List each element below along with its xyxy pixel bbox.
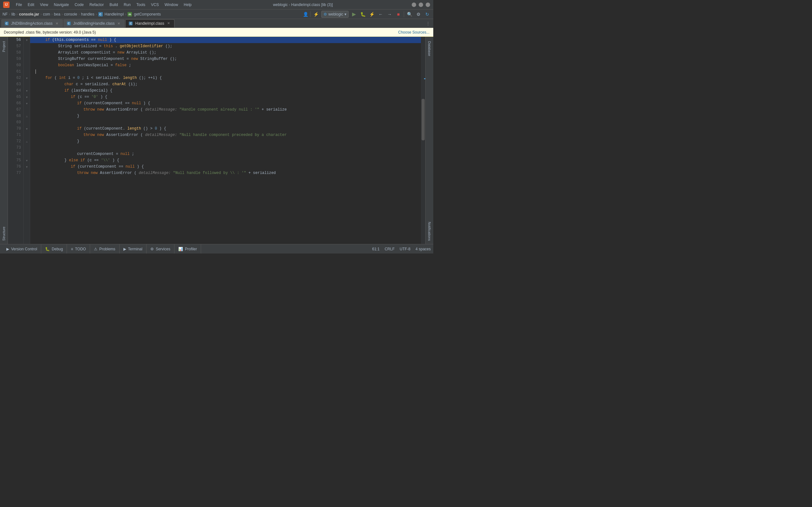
tab-jndibindinghandle[interactable]: C JndiBindingHandle.class ✕ bbox=[63, 19, 125, 27]
menu-run[interactable]: Run bbox=[121, 2, 133, 8]
code-line-76: if (currentComponent == null ) { bbox=[30, 164, 421, 170]
status-tab-profiler[interactable]: 📊 Profiler bbox=[174, 244, 201, 254]
gutter-69 bbox=[24, 119, 30, 125]
window-controls: ─ □ ✕ bbox=[412, 3, 430, 7]
fold-icon-62[interactable]: ▾ bbox=[26, 76, 28, 80]
status-tab-problems[interactable]: ⚠ Problems bbox=[90, 244, 119, 254]
fold-icon-76[interactable]: ▾ bbox=[26, 165, 28, 169]
vertical-scrollbar[interactable] bbox=[421, 37, 425, 244]
status-tab-debug[interactable]: 🐛 Debug bbox=[41, 244, 67, 254]
fold-icon-65[interactable]: ▾ bbox=[26, 95, 28, 99]
maximize-button[interactable]: □ bbox=[419, 3, 423, 7]
line-num-74: 74 bbox=[10, 151, 21, 157]
settings-button[interactable]: ⚙ bbox=[415, 11, 422, 18]
status-tab-versioncontrol[interactable]: ▶ Version Control bbox=[3, 244, 41, 254]
code-line-66: if (currentComponent == null ) { bbox=[30, 100, 421, 107]
tab-close-handleimpl[interactable]: ✕ bbox=[166, 21, 171, 26]
debug-label: Debug bbox=[52, 247, 63, 251]
menu-edit[interactable]: Edit bbox=[25, 2, 37, 8]
gutter-56: ▾ bbox=[24, 37, 30, 43]
encoding[interactable]: UTF-8 bbox=[400, 247, 410, 251]
menu-help[interactable]: Help bbox=[181, 2, 194, 8]
breadcrumb-bea[interactable]: bea bbox=[54, 12, 60, 16]
user-icon[interactable]: 👤 bbox=[303, 12, 308, 17]
menu-file[interactable]: File bbox=[13, 2, 24, 8]
titlebar: IJ File Edit View Navigate Code Refactor… bbox=[0, 0, 433, 9]
line-num-58: 58 bbox=[10, 49, 21, 56]
fold-icon-64[interactable]: ▾ bbox=[26, 89, 28, 93]
code-editor[interactable]: if (this.components == null ) { String s… bbox=[30, 37, 421, 244]
gutter-76: ▾ bbox=[24, 164, 30, 170]
vc-icon: ▶ bbox=[6, 247, 9, 251]
code-line-57: String serialized = this . getObjectIden… bbox=[30, 43, 421, 49]
fold-icon-75[interactable]: ▾ bbox=[26, 159, 28, 162]
coverage-button[interactable]: ⚡ bbox=[368, 11, 375, 18]
menu-refactor[interactable]: Refactor bbox=[87, 2, 106, 8]
breadcrumb-handleimpl[interactable]: HandleImpl bbox=[105, 12, 124, 16]
stop-button[interactable]: ■ bbox=[395, 11, 402, 18]
breadcrumb-getcomponents[interactable]: getComponents bbox=[134, 12, 161, 16]
cursor-position[interactable]: 61:1 bbox=[372, 247, 379, 251]
code-line-72: } bbox=[30, 138, 421, 145]
tab-close-jndi[interactable]: ✕ bbox=[55, 21, 59, 26]
vc-label: Version Control bbox=[11, 247, 37, 251]
run-button[interactable]: ▶ bbox=[351, 11, 357, 18]
sidebar-tab-project[interactable]: Project bbox=[1, 38, 7, 55]
app-logo: IJ bbox=[3, 2, 9, 8]
status-tab-services[interactable]: ⚙ Services bbox=[147, 244, 174, 254]
run-config-selector[interactable]: ⚙ weblogic ▾ bbox=[321, 11, 349, 18]
menu-build[interactable]: Build bbox=[107, 2, 120, 8]
sidebar-tab-database[interactable]: Database bbox=[426, 38, 433, 59]
status-tab-terminal[interactable]: ▶ Terminal bbox=[119, 244, 147, 254]
code-line-65: if (c == '0' ) { bbox=[30, 94, 421, 100]
menu-tools[interactable]: Tools bbox=[134, 2, 148, 8]
back-button[interactable]: ← bbox=[377, 11, 384, 18]
tab-icon-handleimpl: C bbox=[129, 21, 133, 25]
profiler-label: Profiler bbox=[185, 247, 197, 251]
fold-icon-56[interactable]: ▾ bbox=[26, 38, 28, 42]
menu-vcs[interactable]: VCS bbox=[148, 2, 161, 8]
close-button[interactable]: ✕ bbox=[426, 3, 430, 7]
status-tab-todo[interactable]: ≡ TODO bbox=[67, 244, 90, 254]
tab-handleimpl[interactable]: C HandleImpl.class ✕ bbox=[125, 19, 174, 27]
search-button[interactable]: 🔍 bbox=[406, 11, 413, 18]
fold-icon-70[interactable]: ▾ bbox=[26, 127, 28, 130]
forward-button[interactable]: → bbox=[386, 11, 393, 18]
minimize-button[interactable]: ─ bbox=[412, 3, 416, 7]
menu-window[interactable]: Window bbox=[162, 2, 181, 8]
tab-jndibindingaction[interactable]: C JNDIBindingAction.class ✕ bbox=[1, 19, 63, 27]
menu-code[interactable]: Code bbox=[72, 2, 86, 8]
sidebar-tab-notifications[interactable]: Notifications bbox=[426, 219, 433, 244]
fold-icon-72[interactable]: ▵ bbox=[26, 140, 28, 143]
breadcrumb-jar[interactable]: console.jar bbox=[19, 12, 39, 16]
breadcrumb-nf[interactable]: NF bbox=[3, 12, 8, 16]
gutter-64: ▾ bbox=[24, 88, 30, 94]
menu-navigate[interactable]: Navigate bbox=[51, 2, 71, 8]
debug-button[interactable]: 🐛 bbox=[359, 11, 366, 18]
line-ending[interactable]: CRLF bbox=[385, 247, 395, 251]
line-num-67: 67 bbox=[10, 107, 21, 113]
breadcrumb-handles[interactable]: handles bbox=[81, 12, 94, 16]
fold-icon-68[interactable]: ▵ bbox=[26, 114, 28, 118]
services-label: Services bbox=[156, 247, 170, 251]
right-sidebar: Database Notifications bbox=[425, 37, 433, 244]
menu-view[interactable]: View bbox=[38, 2, 51, 8]
scrollbar-thumb[interactable] bbox=[421, 99, 425, 140]
breadcrumb-com[interactable]: com bbox=[43, 12, 50, 16]
tab-icon-jndibh: C bbox=[67, 21, 71, 25]
line-num-57: 57 bbox=[10, 43, 21, 49]
sidebar-tab-structure[interactable]: Structure bbox=[1, 223, 7, 244]
update-button[interactable]: ↻ bbox=[424, 11, 431, 18]
line-num-56: 56 bbox=[10, 37, 21, 43]
code-line-60: boolean lastWasSpecial = false ; bbox=[30, 62, 421, 68]
tab-menu-button[interactable]: ⋮ bbox=[424, 20, 432, 26]
breadcrumb-lib[interactable]: lib bbox=[11, 12, 15, 16]
left-sidebar: Project Structure bbox=[0, 37, 8, 244]
code-line-70: if (currentComponent. length () > 0 ) { bbox=[30, 125, 421, 132]
choose-sources-link[interactable]: Choose Sources... bbox=[398, 30, 429, 35]
line-num-62: 62 bbox=[10, 75, 21, 81]
tab-close-jndibh[interactable]: ✕ bbox=[116, 21, 121, 26]
indentation[interactable]: 4 spaces bbox=[415, 247, 431, 251]
fold-icon-66[interactable]: ▾ bbox=[26, 102, 28, 105]
breadcrumb-console[interactable]: console bbox=[64, 12, 77, 16]
